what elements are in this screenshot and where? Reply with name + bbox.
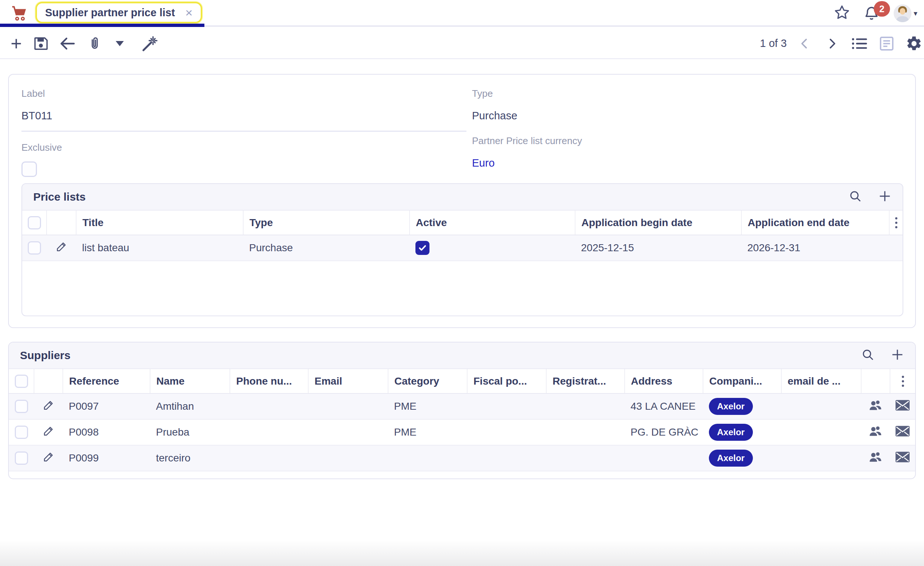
supplier-price-list-form-card: Label BT011 Type Purchase Exclusive Part… (8, 74, 916, 328)
paperclip-icon (88, 36, 102, 52)
caret-down-icon (116, 41, 124, 46)
edit-pencil-icon[interactable] (42, 454, 54, 465)
cell-phone (230, 445, 308, 471)
shopping-cart-icon[interactable] (10, 5, 27, 22)
save-button[interactable] (31, 28, 50, 59)
price-list-row[interactable]: list bateau Purchase 2025-12-15 2026-12-… (22, 235, 903, 261)
suppliers-table: Reference Name Phone nu... Email Categor… (9, 369, 915, 472)
cell-phone (230, 394, 308, 419)
cell-category: PME (388, 394, 467, 419)
col-name[interactable]: Name (150, 369, 230, 394)
col-phone[interactable]: Phone nu... (230, 369, 308, 394)
send-email-icon[interactable] (896, 427, 910, 439)
cell-email (308, 445, 388, 471)
exclusive-field-group: Exclusive (21, 142, 62, 177)
tab-title: Supplier partner price list (45, 7, 175, 19)
company-badge: Axelor (709, 450, 753, 467)
currency-field-group: Partner Price list currency Euro (472, 135, 879, 178)
arrow-left-icon (58, 35, 76, 52)
col-address[interactable]: Address (625, 369, 703, 394)
cell-address: PG. DE GRÀC (625, 419, 703, 445)
suppliers-title: Suppliers (20, 349, 70, 362)
col-begin-date[interactable]: Application begin date (575, 211, 741, 235)
col-end-date[interactable]: Application end date (741, 211, 889, 235)
price-lists-search-icon[interactable] (849, 190, 862, 204)
exclusive-checkbox[interactable] (21, 162, 37, 177)
price-lists-add-icon[interactable] (878, 190, 891, 204)
currency-link[interactable]: Euro (472, 147, 879, 178)
supplier-row[interactable]: P0097 Amtihan PME 43 LA CANEE Axelor (9, 394, 915, 419)
new-record-button[interactable]: + (7, 28, 26, 59)
contacts-people-icon[interactable] (868, 402, 883, 413)
col-email-de[interactable]: email de ... (782, 369, 861, 394)
col-registration[interactable]: Registrat... (546, 369, 625, 394)
col-title[interactable]: Title (76, 211, 243, 235)
notifications-bell-icon[interactable]: 2 (863, 4, 880, 22)
col-email[interactable]: Email (308, 369, 388, 394)
col-type[interactable]: Type (243, 211, 410, 235)
col-reference[interactable]: Reference (63, 369, 150, 394)
contacts-people-icon[interactable] (868, 428, 883, 439)
price-lists-select-all-checkbox[interactable] (28, 216, 41, 229)
chevron-left-icon (798, 37, 811, 50)
send-email-icon[interactable] (896, 401, 910, 413)
supplier-row[interactable]: P0099 terceiro Axelor (9, 445, 915, 471)
cell-reference: P0098 (63, 419, 150, 445)
next-record-button[interactable] (823, 28, 841, 59)
cell-fiscal (467, 445, 546, 471)
prev-record-button[interactable] (795, 28, 814, 59)
suppliers-select-all-checkbox[interactable] (15, 374, 28, 388)
cell-address (625, 445, 703, 471)
send-email-icon[interactable] (896, 453, 910, 465)
row-checkbox[interactable] (15, 451, 28, 465)
form-view-button[interactable] (877, 28, 897, 59)
more-actions-dropdown[interactable] (112, 28, 128, 59)
cell-registration (546, 394, 625, 419)
col-category[interactable]: Category (388, 369, 467, 394)
attachments-button[interactable] (87, 28, 103, 59)
price-lists-header-row: Title Type Active Application begin date… (22, 211, 903, 235)
currency-field-label: Partner Price list currency (472, 135, 879, 147)
chevron-right-icon (826, 37, 838, 50)
cell-email (308, 419, 388, 445)
favorite-star-icon[interactable] (834, 4, 850, 22)
label-field-input[interactable]: BT011 (21, 99, 466, 131)
price-lists-panel-header: Price lists (22, 184, 903, 211)
edit-pencil-icon[interactable] (56, 244, 67, 255)
col-fiscal-position[interactable]: Fiscal po... (467, 369, 546, 394)
row-checkbox[interactable] (15, 400, 28, 413)
close-icon[interactable]: × (185, 6, 192, 19)
column-menu-icon[interactable] (890, 217, 903, 228)
type-field-group: Type Purchase (472, 88, 879, 131)
cell-category (388, 445, 467, 471)
avatar (894, 4, 911, 22)
user-menu[interactable]: ▾ (894, 4, 917, 22)
active-tab-underline (0, 24, 204, 27)
active-view-tab[interactable]: Supplier partner price list × (36, 2, 202, 23)
cell-end-date: 2026-12-31 (741, 235, 889, 261)
cell-name: Amtihan (150, 394, 230, 419)
tools-wand-button[interactable] (140, 28, 160, 59)
col-active[interactable]: Active (410, 211, 575, 235)
switch-to-list-view-button[interactable] (849, 28, 869, 59)
suppliers-panel: Suppliers (8, 342, 916, 479)
suppliers-search-icon[interactable] (861, 348, 874, 363)
edit-pencil-icon[interactable] (42, 402, 54, 413)
column-menu-icon[interactable] (890, 376, 915, 387)
cell-fiscal (467, 419, 546, 445)
row-checkbox[interactable] (28, 241, 41, 255)
active-checkbox-checked[interactable] (416, 241, 429, 255)
supplier-row[interactable]: P0098 Prueba PME PG. DE GRÀC Axelor (9, 419, 915, 445)
settings-button[interactable] (904, 28, 924, 59)
record-pager-label: 1 of 3 (760, 28, 787, 59)
magic-wand-icon (141, 35, 159, 52)
suppliers-add-icon[interactable] (891, 348, 904, 363)
contacts-people-icon[interactable] (868, 454, 883, 465)
page-bottom-fade (0, 540, 924, 566)
edit-pencil-icon[interactable] (42, 428, 54, 439)
col-companies[interactable]: Compani... (703, 369, 782, 394)
company-badge: Axelor (709, 398, 753, 415)
back-button[interactable] (58, 28, 77, 59)
price-lists-table: Title Type Active Application begin date… (22, 211, 903, 261)
row-checkbox[interactable] (15, 425, 28, 439)
